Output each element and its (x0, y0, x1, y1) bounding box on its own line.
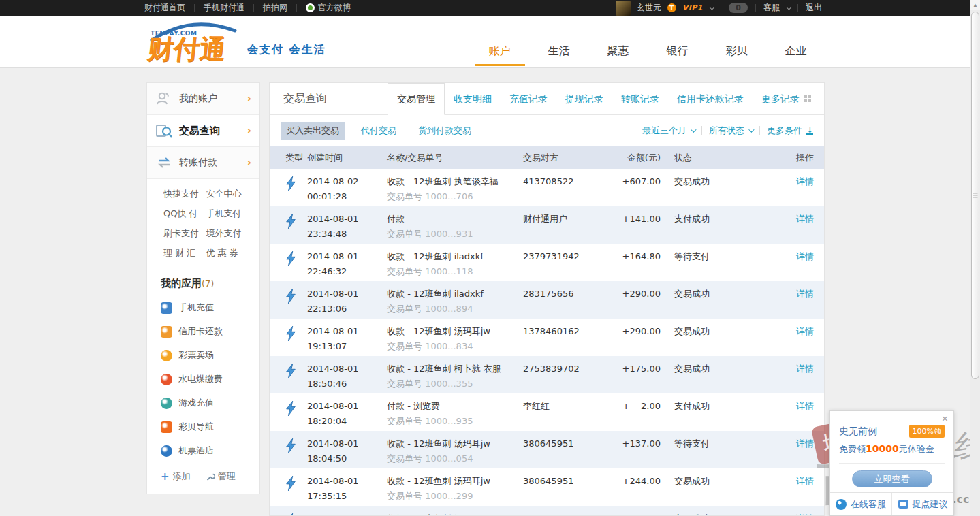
nav-item-聚惠[interactable]: 聚惠 (588, 36, 648, 66)
detail-link[interactable]: 详情 (796, 438, 814, 449)
detail-link[interactable]: 详情 (796, 289, 814, 299)
detail-link[interactable]: 详情 (796, 513, 814, 516)
topbar-link[interactable]: 手机财付通 (204, 0, 244, 16)
cell-type (270, 356, 307, 393)
chevron-down-icon (748, 127, 754, 132)
filter-代付交易[interactable]: 代付交易 (355, 122, 402, 140)
cell-action: 详情 (793, 431, 824, 468)
filter-货到付款交易[interactable]: 货到付款交易 (413, 122, 477, 140)
customer-service-link[interactable]: 客服 (763, 2, 780, 14)
promo-footer-link-提点建议[interactable]: 提点建议 (891, 493, 953, 515)
sidebar-item-label: 我的账户 (179, 93, 217, 105)
nav-item-企业[interactable]: 企业 (766, 36, 825, 66)
cell-status: 支付成功 (661, 393, 793, 431)
chevron-down-icon[interactable] (786, 4, 791, 10)
quick-link[interactable]: 理 财 汇 (163, 247, 206, 259)
table-row[interactable]: 2014-08-0122:13:06收款 - 12班鱼刺 iladxkf交易单号… (270, 281, 824, 319)
promo-view-button[interactable]: 立即查看 (852, 470, 932, 487)
tab-交易管理[interactable]: 交易管理 (388, 83, 445, 115)
add-app-button[interactable]: + 添加 (161, 470, 191, 483)
app-item-彩贝导航[interactable]: 彩贝导航 (161, 421, 250, 433)
status-select[interactable]: 所有状态 (709, 125, 753, 137)
table-row[interactable]: 2014-08-01收款 - 12班鱼刺 汤玛耳jw380645951+290.… (270, 506, 824, 516)
scroll-up-arrow[interactable]: ▲ (970, 0, 980, 10)
tenpay-logo[interactable]: TENPAY.COM 财付通 会支付 会生活 (146, 21, 460, 63)
lightning-icon (285, 438, 307, 454)
detail-link[interactable]: 详情 (796, 214, 814, 224)
quick-link[interactable]: QQ快 付 (163, 208, 206, 220)
tab-信用卡还款记录[interactable]: 信用卡还款记录 (668, 83, 753, 114)
sidebar-item-转账付款[interactable]: 转账付款› (147, 147, 259, 179)
chevron-down-icon[interactable] (709, 4, 714, 10)
order-number-value: 1000...834 (425, 341, 473, 351)
nav-item-彩贝[interactable]: 彩贝 (707, 36, 766, 66)
quick-link[interactable]: 快捷支付 (163, 188, 206, 200)
divider (839, 463, 945, 464)
app-item-手机充值[interactable]: 手机充值 (161, 302, 250, 314)
table-row[interactable]: 2014-08-0122:46:32收款 - 12班鱼刺 iladxkf交易单号… (270, 244, 824, 281)
logo-wordmark: 财付通 (146, 32, 227, 67)
nav-item-生活[interactable]: 生活 (529, 36, 588, 66)
cell-action: 详情 (793, 506, 824, 516)
promo-footer-link-在线客服[interactable]: 在线客服 (830, 493, 891, 515)
table-row[interactable]: 2014-08-0123:34:48付款交易单号 1000...931财付通用户… (270, 206, 824, 244)
app-item-水电煤缴费[interactable]: 水电煤缴费 (161, 373, 250, 385)
lightning-icon (285, 176, 307, 192)
sidebar-item-我的账户[interactable]: 我的账户› (147, 83, 259, 115)
cell-status: 交易成功 (661, 281, 793, 319)
tab-label: 信用卡还款记录 (677, 84, 744, 114)
avatar[interactable] (616, 1, 631, 16)
app-item-彩票卖场[interactable]: 彩票卖场 (161, 349, 250, 361)
nav-item-银行[interactable]: 银行 (648, 36, 707, 66)
vertical-scrollbar[interactable]: ▲ (970, 0, 980, 516)
nav-item-账户[interactable]: 账户 (470, 36, 529, 66)
promo-badge: 100%领 (909, 425, 945, 438)
table-row[interactable]: 2014-08-0119:13:07收款 - 12班鱼刺 汤玛耳jw交易单号 1… (270, 319, 824, 356)
tab-转账记录[interactable]: 转账记录 (612, 83, 668, 114)
detail-link[interactable]: 详情 (796, 364, 814, 374)
lightning-icon (285, 251, 307, 267)
date-range-select[interactable]: 最近三个月 (642, 125, 695, 137)
detail-link[interactable]: 详情 (796, 401, 814, 411)
promo-body: 史无前例 100%领 免费领10000元体验金 立即查看 (830, 411, 953, 487)
tab-更多记录[interactable]: 更多记录 (753, 83, 820, 114)
quick-link[interactable]: 优 惠 券 (206, 247, 249, 259)
detail-link[interactable]: 详情 (796, 476, 814, 486)
cell-name: 收款 - 12班鱼刺 柯卜就 衣服交易单号 1000...355 (387, 356, 523, 393)
quick-link[interactable]: 安全中心 (206, 188, 249, 200)
detail-link[interactable]: 详情 (796, 326, 814, 336)
filter-买入卖出交易[interactable]: 买入卖出交易 (281, 122, 345, 140)
expand-conditions-icon: ↓ (806, 127, 813, 135)
sidebar-item-交易查询[interactable]: 交易查询› (147, 115, 259, 147)
quick-link[interactable]: 刷卡支付 (163, 227, 206, 240)
table-row[interactable]: 2014-08-0117:35:15收款 - 12班鱼刺 汤玛耳jw交易单号 1… (270, 468, 824, 506)
quick-link[interactable]: 手机支付 (206, 208, 249, 220)
detail-link[interactable]: 详情 (796, 176, 814, 187)
table-row[interactable]: 2014-08-0118:20:04付款 - 浏览费交易单号 1000...93… (270, 393, 824, 431)
scrollbar-thumb[interactable] (971, 12, 979, 379)
manage-apps-button[interactable]: 管理 (206, 470, 236, 483)
quick-link[interactable]: 境外支付 (206, 227, 249, 240)
username[interactable]: 玄世元 (637, 2, 661, 14)
logout-link[interactable]: 退出 (806, 2, 822, 14)
table-row[interactable]: 2014-08-0200:01:28收款 - 12班鱼刺 执笔谈幸福交易单号 1… (270, 169, 824, 206)
divider (701, 126, 702, 135)
more-conditions-button[interactable]: 更多条件↓ (767, 125, 813, 137)
detail-link[interactable]: 详情 (796, 251, 814, 261)
vip-level-label[interactable]: VIP1 (682, 3, 703, 12)
table-row[interactable]: 2014-08-0118:50:46收款 - 12班鱼刺 柯卜就 衣服交易单号 … (270, 356, 824, 393)
close-icon[interactable]: × (941, 414, 949, 423)
topbar-link[interactable]: 拍拍网 (263, 0, 287, 16)
topbar-link[interactable]: 官方微博 (306, 0, 351, 16)
app-item-信用卡还款[interactable]: 信用卡还款 (161, 325, 250, 338)
topbar-link[interactable]: 财付通首页 (144, 0, 185, 16)
tab-提现记录[interactable]: 提现记录 (556, 83, 612, 114)
app-item-游戏充值[interactable]: 游戏充值 (161, 397, 250, 409)
table-row[interactable]: 2014-08-0118:04:50收款 - 12班鱼刺 汤玛耳jw交易单号 1… (270, 431, 824, 468)
message-count-badge[interactable]: 0 (729, 3, 748, 13)
order-number-label: 交易单号 (387, 229, 425, 239)
tab-充值记录[interactable]: 充值记录 (501, 83, 556, 114)
app-item-机票酒店[interactable]: 机票酒店 (161, 445, 250, 457)
tab-收支明细[interactable]: 收支明细 (445, 83, 501, 114)
lightning-icon (285, 475, 307, 491)
